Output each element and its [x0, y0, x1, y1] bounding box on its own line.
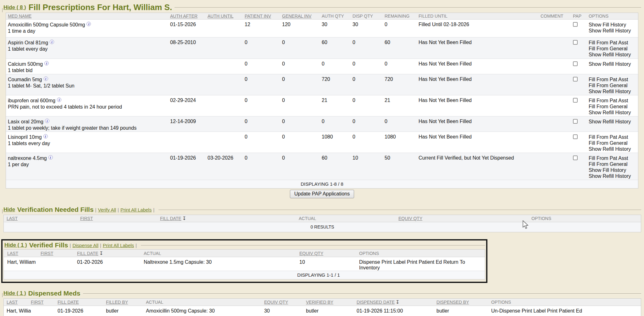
- pap-checkbox[interactable]: [573, 77, 578, 82]
- info-icon[interactable]: i: [44, 76, 48, 81]
- col-auth-after[interactable]: AUTH AFTER: [170, 14, 208, 19]
- row-options[interactable]: Un-Dispense Print Label Print Patient Ed: [491, 306, 641, 316]
- option-link[interactable]: Show Fill History: [589, 167, 638, 173]
- col-first[interactable]: FIRST: [41, 251, 77, 256]
- col-actual: ACTUAL: [146, 300, 264, 305]
- option-link[interactable]: Show Fill History: [589, 22, 638, 28]
- med-name-cell: Calcium 500mgi 1 tablet bid: [8, 59, 170, 74]
- pap-checkbox[interactable]: [573, 119, 578, 124]
- print-all-labels-link[interactable]: Print All Labels: [103, 243, 134, 248]
- section-verified-fills-highlight-box: Hide ( 1 ) Verified Fills | Dispense All…: [1, 239, 487, 283]
- filled-until-cell: Filled Until 02-18-2026: [419, 20, 541, 37]
- verified-legend: Hide ( 1 ) Verified Fills | Dispense All…: [4, 241, 485, 249]
- legend-separator: |: [100, 243, 101, 248]
- option-link[interactable]: Show Refill History: [589, 61, 638, 67]
- hide-verified-link[interactable]: Hide ( 1 ): [4, 242, 27, 248]
- med-name-cell: ibuprofen oral 600mgi PRN pain, not to e…: [8, 95, 170, 116]
- col-equiv-qty[interactable]: EQUIV QTY: [264, 300, 306, 305]
- patient-inv-cell: 0: [245, 37, 282, 59]
- legend-tick: [2, 209, 3, 213]
- update-pap-applications-button[interactable]: Update PAP Applications: [290, 190, 354, 198]
- option-link[interactable]: Show Refill History: [589, 88, 638, 94]
- filled-until-cell: Has Not Yet Been Filled: [419, 74, 541, 95]
- info-icon[interactable]: i: [44, 61, 49, 65]
- info-icon[interactable]: i: [45, 119, 49, 123]
- info-icon[interactable]: i: [50, 40, 54, 44]
- patient-inv-cell: 0: [245, 153, 282, 180]
- verify-all-link[interactable]: Verify All: [98, 207, 116, 212]
- col-dispensed-by[interactable]: DISPENSED BY: [436, 300, 491, 305]
- option-link[interactable]: Show Refill History: [589, 28, 638, 34]
- remaining-cell: 0: [385, 20, 419, 37]
- hide-prescriptions-link[interactable]: Hide ( 8 ): [3, 4, 26, 11]
- option-link[interactable]: Fill From Pat Asst: [589, 76, 638, 82]
- patient-inv-cell: 0: [245, 95, 282, 116]
- col-fill-date[interactable]: FILL DATE↧: [77, 251, 144, 256]
- option-link[interactable]: Fill From Pat Asst: [589, 155, 638, 161]
- col-last[interactable]: LAST: [7, 300, 31, 305]
- pap-checkbox[interactable]: [573, 22, 578, 27]
- comment-cell: [541, 74, 573, 95]
- pap-checkbox[interactable]: [573, 40, 578, 45]
- legend-separator: |: [136, 243, 137, 248]
- col-dispensed-date[interactable]: DISPENSED DATE↧: [357, 299, 436, 305]
- disp-qty-cell: 0: [353, 37, 385, 59]
- info-icon[interactable]: i: [43, 134, 48, 138]
- patient-inv-cell: 12: [245, 20, 282, 37]
- option-link[interactable]: Fill From Pat Asst: [589, 40, 638, 46]
- col-filled-by[interactable]: FILLED BY: [106, 300, 146, 305]
- comment-cell: [541, 59, 573, 74]
- med-name: ibuprofen oral 600mg: [8, 98, 55, 103]
- hide-verification-link[interactable]: Hide: [3, 206, 15, 213]
- col-last[interactable]: LAST: [7, 216, 80, 221]
- option-link[interactable]: Fill From General: [589, 82, 638, 88]
- col-patient-inv[interactable]: PATIENT INV: [245, 14, 282, 19]
- patient-inv-cell: 0: [245, 59, 282, 74]
- col-general-inv[interactable]: GENERAL INV: [282, 14, 322, 19]
- option-link[interactable]: Fill From General: [589, 104, 638, 110]
- col-auth-until[interactable]: AUTH UNTIL: [208, 14, 245, 19]
- remaining-cell: 60: [385, 37, 419, 59]
- col-equiv-qty[interactable]: EQUIV QTY: [398, 216, 531, 221]
- pap-checkbox[interactable]: [573, 134, 578, 139]
- option-link[interactable]: Fill From General: [589, 161, 638, 167]
- dispensed-title: Dispensed Meds: [28, 290, 80, 297]
- hide-dispensed-link[interactable]: Hide ( 1 ): [3, 290, 26, 296]
- col-filled-until: FILLED UNTIL: [419, 14, 541, 19]
- info-icon[interactable]: i: [57, 98, 61, 102]
- dispense-all-link[interactable]: Dispense All: [72, 243, 98, 248]
- option-link[interactable]: Show Refill History: [589, 146, 638, 152]
- comment-cell: [541, 95, 573, 116]
- col-first[interactable]: FIRST: [31, 300, 58, 305]
- option-link[interactable]: Show Refill History: [589, 173, 638, 179]
- info-icon[interactable]: i: [48, 155, 53, 160]
- col-first[interactable]: FIRST: [80, 216, 160, 221]
- med-name-cell: Lasix oral 20mgi 1 tablet po weekly; tak…: [8, 116, 170, 132]
- option-link[interactable]: Show Refill History: [589, 52, 638, 58]
- option-link[interactable]: Fill From General: [589, 46, 638, 52]
- med-name: Coumadin 5mg: [8, 77, 42, 82]
- pap-checkbox[interactable]: [573, 155, 578, 160]
- section-dispensed-meds: Hide ( 1 ) Dispensed Meds LAST FIRST FIL…: [2, 290, 641, 316]
- row-options[interactable]: Dispense Print Label Print Patient Ed Re…: [359, 257, 485, 271]
- col-med-name[interactable]: MED NAME: [8, 14, 170, 19]
- col-last[interactable]: LAST: [7, 251, 41, 256]
- col-fill-date[interactable]: FILL DATE: [58, 300, 106, 305]
- pap-button-row: Update PAP Applications: [0, 190, 644, 198]
- print-all-labels-link[interactable]: Print All Labels: [120, 207, 152, 212]
- option-link[interactable]: Show Refill History: [589, 110, 638, 116]
- col-fill-date[interactable]: FILL DATE↧: [160, 216, 299, 221]
- option-link[interactable]: Fill From Pat Asst: [589, 98, 638, 104]
- pap-checkbox[interactable]: [573, 98, 578, 103]
- option-link[interactable]: Show Refill History: [589, 119, 638, 125]
- option-link[interactable]: Fill From General: [589, 140, 638, 146]
- pap-checkbox[interactable]: [573, 61, 578, 66]
- col-verified-by[interactable]: VERIFIED BY: [306, 300, 357, 305]
- prescriptions-table: MED NAME AUTH AFTER AUTH UNTIL PATIENT I…: [6, 13, 638, 189]
- col-equiv-qty[interactable]: EQUIV QTY: [299, 251, 359, 256]
- prescriptions-header-row: MED NAME AUTH AFTER AUTH UNTIL PATIENT I…: [6, 13, 638, 20]
- med-name-cell: naltrexone 4.5mgi 1 per day: [8, 153, 170, 180]
- option-link[interactable]: Fill From Pat Asst: [589, 134, 638, 140]
- auth-until-cell: [208, 74, 245, 95]
- info-icon[interactable]: i: [86, 22, 91, 26]
